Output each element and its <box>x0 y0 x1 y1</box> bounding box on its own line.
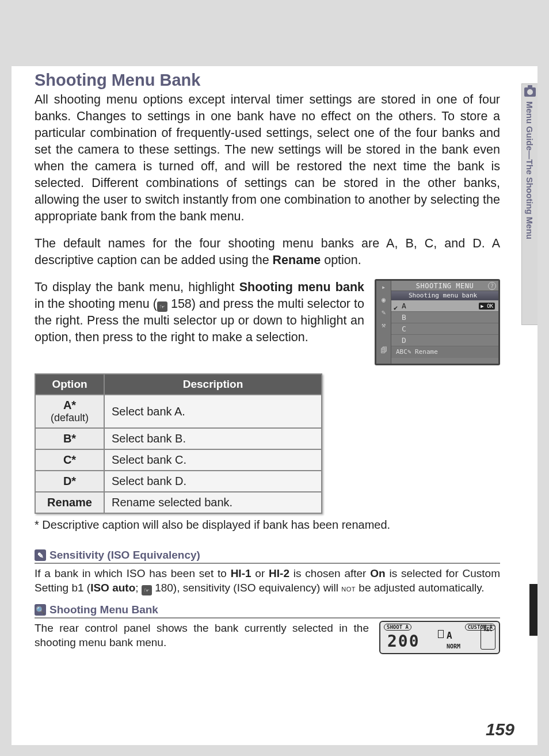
camera-menu-screenshot: ? ▸ ◉ ✎ ⚒ 🗐 SHOOTING MENU Shooting menu … <box>375 279 500 365</box>
pencil-icon: ✎ <box>376 306 391 319</box>
note2-body: The rear control panel shows the bank cu… <box>35 621 369 650</box>
p3-ref: 158 <box>171 297 192 311</box>
opt-rename: Rename <box>35 492 104 513</box>
footnote: * Descriptive caption will also be displ… <box>35 518 523 532</box>
pencil-icon: ✎ <box>35 549 46 561</box>
page-ref-icon: ☞ <box>142 585 152 595</box>
rear-lcd-illustration: SHOOT A CUSTOM A A 200 NORM REC <box>379 621 500 654</box>
table-row: Rename Rename selected bank. <box>35 492 322 513</box>
th-description: Description <box>104 374 322 395</box>
opt-d: D* <box>35 471 104 492</box>
section-side-tab: Menu Guide—The Shooting Menu <box>521 83 537 325</box>
page-ref-icon: ☞ <box>157 301 167 312</box>
table-row: C* Select bank C. <box>35 449 322 471</box>
table-row: D* Select bank D. <box>35 471 322 492</box>
lcd-rec: REC <box>481 625 495 650</box>
p2-rename: Rename <box>273 253 321 267</box>
menu-row-rename: ABC✎ Rename <box>391 346 498 358</box>
menu-row-a: ✔A <box>391 300 498 312</box>
note-shooting-bank: 🔍 Shooting Menu Bank The rear control pa… <box>35 604 523 654</box>
desc-c: Select bank C. <box>104 449 322 471</box>
opt-a-sub: (default) <box>43 412 97 424</box>
table-row: B* Select bank B. <box>35 428 322 449</box>
lcd-big-number: 200 <box>387 632 420 651</box>
note-sensitivity: ✎ Sensitivity (ISO Equivalency) If a ban… <box>35 549 523 595</box>
menu-row-b: B <box>391 312 498 323</box>
lcd-shoot: SHOOT A <box>384 624 411 631</box>
magnifier-icon: 🔍 <box>35 604 46 616</box>
note1-title: Sensitivity (ISO Equivalency) <box>49 549 200 562</box>
desc-a: Select bank A. <box>104 395 322 428</box>
p3-a: To display the bank menu, highlight <box>35 280 239 294</box>
th-option: Option <box>35 374 104 395</box>
lcd-bank-letter: A <box>447 630 452 641</box>
page-number: 159 <box>486 720 514 739</box>
desc-rename: Rename selected bank. <box>104 492 322 513</box>
card-icon <box>438 630 444 638</box>
options-table: Option Description A*(default) Select ba… <box>35 373 322 514</box>
side-tab-label: Menu Guide—The Shooting Menu <box>525 101 535 239</box>
page-title: Shooting Menu Bank <box>35 66 523 90</box>
menu-subtitle: Shooting menu bank <box>391 291 498 300</box>
paragraph-3: To display the bank menu, highlight Shoo… <box>35 279 364 346</box>
note1-body: If a bank in which ISO has been set to H… <box>35 566 500 595</box>
wrench-icon: ⚒ <box>376 319 391 331</box>
desc-d: Select bank D. <box>104 471 322 492</box>
menu-row-d: D <box>391 335 498 346</box>
paragraph-2: The default names for the four shooting … <box>35 235 523 269</box>
camera-icon <box>524 87 536 97</box>
opt-b: B* <box>35 428 104 449</box>
menu-title: SHOOTING MENU <box>391 281 498 291</box>
p3-b: Shooting menu bank <box>239 280 364 294</box>
shoot-icon: ◉ <box>376 293 391 306</box>
table-row: A*(default) Select bank A. <box>35 395 322 428</box>
lcd-norm: NORM <box>447 643 460 650</box>
playback-icon: ▸ <box>376 281 391 293</box>
menu-row-c: C <box>391 323 498 335</box>
opt-a: A* <box>63 399 76 411</box>
retouch-icon: 🗐 <box>376 344 391 357</box>
opt-c: C* <box>35 449 104 471</box>
note2-title: Shooting Menu Bank <box>49 604 158 616</box>
thumb-index-tab <box>529 584 537 636</box>
p3-c: in the shooting menu ( <box>35 297 157 311</box>
menu-left-icons: ▸ ◉ ✎ ⚒ 🗐 <box>376 281 391 364</box>
desc-b: Select bank B. <box>104 428 322 449</box>
p2-c: option. <box>321 253 361 267</box>
paragraph-1: All shooting menu options except interva… <box>35 91 523 225</box>
p2-a: The default names for the four shooting … <box>35 236 500 267</box>
